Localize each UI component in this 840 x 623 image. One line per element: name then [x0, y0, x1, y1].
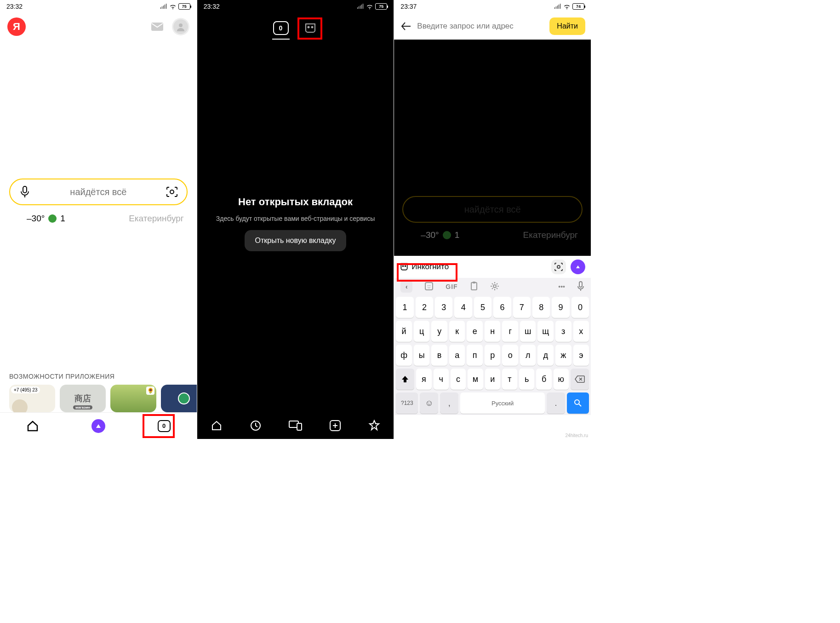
features-carousel[interactable]: +7 (495) 23 商店 магазин 🌻 — [0, 385, 197, 412]
svg-point-3 — [170, 190, 174, 194]
kb-key-ц[interactable]: ц — [414, 321, 430, 342]
nav-history-icon[interactable] — [250, 420, 262, 432]
kb-comma-key[interactable]: , — [440, 392, 458, 414]
weather-row[interactable]: –30° 1 Екатеринбург — [13, 213, 184, 224]
kb-key-о[interactable]: о — [502, 345, 518, 366]
feature-card-callerid[interactable]: +7 (495) 23 — [9, 385, 55, 412]
keyboard-toolbar: ‹ GIF ••• — [394, 278, 591, 295]
nav-tabs[interactable]: 0 — [158, 420, 171, 432]
nav-home-icon[interactable] — [26, 420, 39, 432]
kb-key-9[interactable]: 9 — [552, 297, 569, 318]
profile-avatar[interactable] — [172, 18, 189, 35]
battery-icon: 75 — [178, 3, 190, 10]
svg-point-12 — [403, 265, 404, 266]
kb-key-м[interactable]: м — [468, 369, 483, 390]
kb-emoji-key[interactable]: ☺ — [420, 392, 438, 414]
kb-clipboard-icon[interactable] — [470, 282, 478, 292]
kb-key-5[interactable]: 5 — [474, 297, 491, 318]
kb-key-ш[interactable]: ш — [520, 321, 536, 342]
alice-icon[interactable] — [571, 260, 585, 274]
kb-key-0[interactable]: 0 — [571, 297, 589, 318]
back-icon[interactable] — [400, 20, 412, 33]
kb-key-8[interactable]: 8 — [532, 297, 550, 318]
search-button[interactable]: Найти — [549, 17, 585, 35]
screenshot-3-search-keyboard: 23:37 74 Найти –30° 1 — [394, 0, 591, 439]
kb-key-ю[interactable]: ю — [554, 369, 569, 390]
kb-key-ы[interactable]: ы — [414, 345, 430, 366]
kb-collapse-icon[interactable]: ‹ — [400, 281, 412, 293]
kb-key-н[interactable]: н — [485, 321, 501, 342]
kb-key-4[interactable]: 4 — [454, 297, 472, 318]
open-new-tab-button[interactable]: Открыть новую вкладку — [245, 230, 346, 251]
incognito-tabs-button[interactable] — [303, 21, 318, 35]
svg-rect-8 — [297, 423, 302, 430]
normal-tabs-button[interactable]: 0 — [273, 21, 289, 35]
nav-alice[interactable] — [91, 419, 105, 433]
svg-rect-19 — [473, 282, 475, 283]
kb-key-д[interactable]: д — [537, 345, 554, 366]
kb-key-в[interactable]: в — [431, 345, 447, 366]
kb-gif-button[interactable]: GIF — [446, 283, 457, 290]
keyboard: ‹ GIF ••• 1234567890 йцукенгшщзх фывапро… — [394, 278, 591, 415]
microphone-icon[interactable] — [18, 185, 31, 198]
kb-key-1[interactable]: 1 — [396, 297, 413, 318]
kb-key-п[interactable]: п — [467, 345, 483, 366]
kb-key-ь[interactable]: ь — [519, 369, 534, 390]
search-input[interactable] — [37, 187, 160, 197]
nav-bookmarks-icon[interactable] — [368, 420, 380, 432]
nav-newtab-icon[interactable] — [329, 420, 341, 432]
kb-search-key[interactable] — [567, 392, 589, 414]
feature-card-translate[interactable]: 商店 магазин — [60, 385, 106, 412]
kb-shift-key[interactable] — [396, 369, 414, 390]
camera-scan-icon[interactable] — [166, 185, 178, 198]
kb-key-я[interactable]: я — [416, 369, 431, 390]
kb-key-г[interactable]: г — [502, 321, 518, 342]
svg-point-4 — [308, 27, 309, 28]
nav-devices-icon[interactable] — [289, 421, 303, 431]
search-bar[interactable] — [9, 179, 188, 205]
incognito-chip[interactable]: Инкогнито — [400, 262, 449, 271]
mail-icon[interactable] — [151, 20, 164, 33]
kb-settings-icon[interactable] — [490, 282, 499, 292]
feature-card-globe[interactable] — [161, 385, 197, 412]
kb-key-й[interactable]: й — [396, 321, 412, 342]
kb-key-ж[interactable]: ж — [555, 345, 571, 366]
moon-icon — [13, 213, 23, 224]
kb-backspace-key[interactable] — [571, 369, 589, 390]
kb-sticker-icon[interactable] — [424, 282, 434, 292]
yandex-logo[interactable]: Я — [7, 17, 26, 36]
kb-key-ф[interactable]: ф — [396, 345, 412, 366]
kb-key-3[interactable]: 3 — [435, 297, 452, 318]
kb-key-ч[interactable]: ч — [434, 369, 449, 390]
kb-key-т[interactable]: т — [502, 369, 517, 390]
kb-dot-key[interactable]: . — [547, 392, 565, 414]
thumb-icon — [12, 399, 28, 412]
kb-key-а[interactable]: а — [449, 345, 465, 366]
kb-key-и[interactable]: и — [485, 369, 500, 390]
kb-key-к[interactable]: к — [449, 321, 465, 342]
scan-icon[interactable] — [551, 260, 566, 274]
kb-key-х[interactable]: х — [573, 321, 589, 342]
empty-tabs-title: Нет открытых вкладок — [238, 196, 353, 208]
kb-mic-icon[interactable] — [577, 281, 584, 293]
kb-key-с[interactable]: с — [451, 369, 466, 390]
kb-key-щ[interactable]: щ — [537, 321, 554, 342]
kb-space-key[interactable]: Русский — [460, 392, 545, 414]
kb-numeric-key[interactable]: ?123 — [396, 392, 418, 414]
status-icons: 74 — [554, 3, 584, 10]
kb-key-6[interactable]: 6 — [493, 297, 511, 318]
kb-key-2[interactable]: 2 — [416, 297, 433, 318]
kb-key-б[interactable]: б — [536, 369, 551, 390]
kb-key-е[interactable]: е — [467, 321, 483, 342]
kb-more-icon[interactable]: ••• — [558, 283, 565, 290]
kb-key-з[interactable]: з — [555, 321, 571, 342]
kb-key-р[interactable]: р — [485, 345, 501, 366]
kb-key-э[interactable]: э — [573, 345, 589, 366]
kb-key-у[interactable]: у — [431, 321, 447, 342]
nav-home-icon[interactable] — [211, 420, 223, 431]
kb-key-7[interactable]: 7 — [513, 297, 531, 318]
feature-card-plants[interactable]: 🌻 — [110, 385, 156, 412]
kb-key-л[interactable]: л — [520, 345, 536, 366]
url-input[interactable] — [417, 22, 545, 31]
search-bar-bg — [402, 196, 583, 223]
